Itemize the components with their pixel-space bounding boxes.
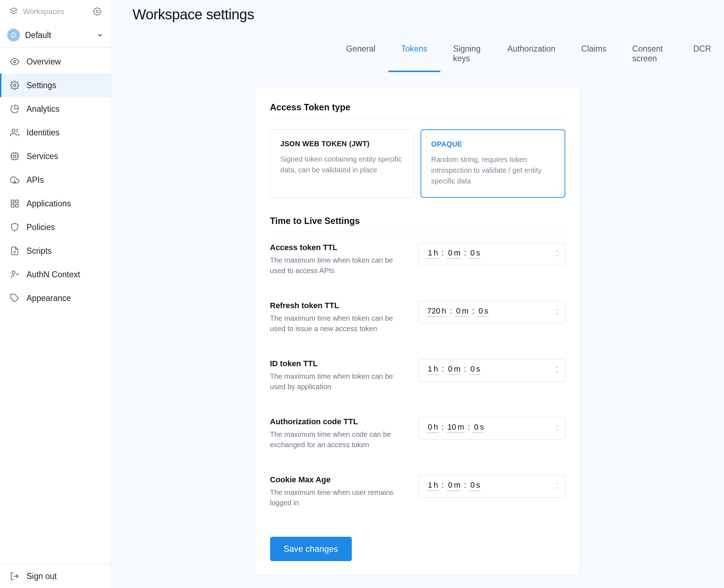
token-type-desc: Signed token containing entity specific … (281, 154, 404, 175)
pie-icon (9, 104, 20, 114)
ttl-input[interactable]: 1 h:0 m:0 s (418, 243, 565, 266)
sidebar-item-label: Identities (27, 128, 59, 138)
chevron-down-icon (554, 254, 560, 258)
sidebar-item-analytics[interactable]: Analytics (0, 97, 111, 121)
tag-icon (9, 293, 20, 303)
eye-icon (9, 56, 20, 67)
grid-icon (9, 198, 20, 209)
token-type-json-web-token-jwt-[interactable]: JSON WEB TOKEN (JWT)Signed token contain… (270, 129, 414, 198)
tab-tokens[interactable]: Tokens (388, 37, 440, 72)
sidebar-item-label: APIs (27, 175, 44, 185)
sidebar-item-authn-context[interactable]: AuthN Context (0, 263, 111, 286)
stepper[interactable] (554, 482, 560, 490)
sidebar-item-label: Applications (27, 199, 71, 209)
chip-icon (9, 151, 20, 162)
svg-rect-16 (15, 200, 18, 203)
sidebar-item-settings[interactable]: Settings (0, 73, 111, 97)
ttl-desc: The maximum time when user remains logge… (270, 487, 408, 508)
sidebar-item-label: AuthN Context (27, 270, 80, 279)
svg-point-21 (12, 271, 15, 274)
stepper[interactable] (554, 250, 560, 258)
gear-icon[interactable] (92, 6, 102, 16)
tab-dcr[interactable]: DCR (680, 37, 724, 72)
svg-rect-18 (11, 204, 14, 207)
chevron-down-icon (554, 312, 560, 316)
ttl-label: ID token TTL (270, 359, 408, 368)
ttl-input[interactable]: 720 h:0 m:0 s (418, 301, 565, 324)
workspaces-label: Workspaces (23, 7, 64, 16)
sidebar-item-label: Settings (27, 81, 56, 90)
svg-rect-17 (15, 204, 18, 207)
gear-icon (9, 80, 20, 91)
ttl-label: Access token TTL (270, 243, 408, 252)
svg-marker-0 (10, 8, 17, 11)
sidebar-item-label: Overview (27, 57, 61, 67)
sidebar-item-applications[interactable]: Applications (0, 192, 111, 215)
workspace-name: Default (25, 30, 51, 40)
authn-icon (9, 269, 20, 280)
section-ttl: Time to Live Settings (270, 216, 565, 232)
chevron-up-icon (554, 366, 560, 369)
sidebar-item-label: Services (27, 152, 58, 161)
shield-icon (9, 222, 20, 233)
ttl-input[interactable]: 1 h:0 m:0 s (418, 359, 565, 382)
layers-icon (9, 6, 19, 16)
sign-out-label: Sign out (27, 572, 57, 581)
ttl-desc: The maximum time when token can be used … (270, 255, 408, 276)
ttl-row-access-token-ttl: Access token TTLThe maximum time when to… (270, 243, 565, 276)
cloud-icon (9, 175, 20, 185)
svg-point-2 (14, 61, 16, 63)
tab-signing-keys[interactable]: Signing keys (440, 37, 495, 72)
signout-icon (9, 571, 20, 582)
chevron-down-icon (554, 370, 560, 374)
tabs: GeneralTokensSigning keysAuthorizationCl… (111, 37, 724, 72)
svg-point-4 (12, 129, 15, 132)
sidebar-item-services[interactable]: Services (0, 144, 111, 168)
sidebar-item-scripts[interactable]: Scripts (0, 239, 111, 263)
tab-authorization[interactable]: Authorization (494, 37, 568, 72)
chevron-down-icon (96, 32, 104, 39)
tab-claims[interactable]: Claims (569, 37, 619, 72)
ttl-input[interactable]: 1 h:0 m:0 s (418, 475, 565, 498)
svg-point-3 (14, 84, 16, 87)
sidebar-item-label: Scripts (27, 246, 52, 256)
tab-general[interactable]: General (333, 37, 388, 72)
svg-rect-5 (11, 153, 18, 159)
ttl-row-cookie-max-age: Cookie Max AgeThe maximum time when user… (270, 475, 565, 508)
sidebar-item-appearance[interactable]: Appearance (0, 286, 111, 310)
sidebar: Workspaces D Default OverviewSettingsAna… (0, 0, 111, 588)
stepper[interactable] (554, 366, 560, 374)
ttl-label: Refresh token TTL (270, 301, 408, 310)
sidebar-item-identities[interactable]: Identities (0, 121, 111, 144)
stepper[interactable] (554, 424, 560, 432)
tab-consent-screen[interactable]: Consent screen (619, 37, 680, 72)
ttl-label: Cookie Max Age (270, 475, 408, 484)
stepper[interactable] (554, 308, 560, 316)
sidebar-item-overview[interactable]: Overview (0, 50, 111, 73)
users-icon (9, 127, 20, 138)
sidebar-item-label: Appearance (27, 293, 71, 303)
sign-out-button[interactable]: Sign out (0, 564, 111, 588)
ttl-label: Authorization code TTL (270, 417, 408, 426)
chevron-down-icon (554, 486, 560, 490)
workspaces-header: Workspaces (0, 0, 111, 23)
ttl-desc: The maximum time when token can be used … (270, 313, 408, 334)
chevron-up-icon (554, 308, 560, 311)
sidebar-item-policies[interactable]: Policies (0, 215, 111, 239)
chevron-down-icon (554, 428, 560, 432)
ttl-input[interactable]: 0 h:10 m:0 s (418, 417, 565, 440)
token-type-opaque[interactable]: OPAQUERandom string, requires token intr… (421, 129, 565, 198)
main-content: Workspace settings GeneralTokensSigning … (111, 0, 724, 588)
save-button[interactable]: Save changes (270, 537, 352, 561)
settings-card: Access Token type JSON WEB TOKEN (JWT)Si… (255, 87, 581, 576)
sidebar-item-apis[interactable]: APIs (0, 168, 111, 192)
sidebar-item-label: Analytics (27, 104, 59, 114)
chevron-up-icon (554, 482, 560, 486)
ttl-desc: The maximum time when code can be exchan… (270, 429, 408, 450)
svg-rect-15 (11, 200, 14, 203)
sidebar-item-label: Policies (27, 223, 55, 232)
section-access-token-type: Access Token type (270, 102, 565, 119)
workspace-avatar: D (7, 29, 20, 42)
ttl-row-refresh-token-ttl: Refresh token TTLThe maximum time when t… (270, 301, 565, 334)
workspace-selector[interactable]: D Default (0, 23, 111, 48)
